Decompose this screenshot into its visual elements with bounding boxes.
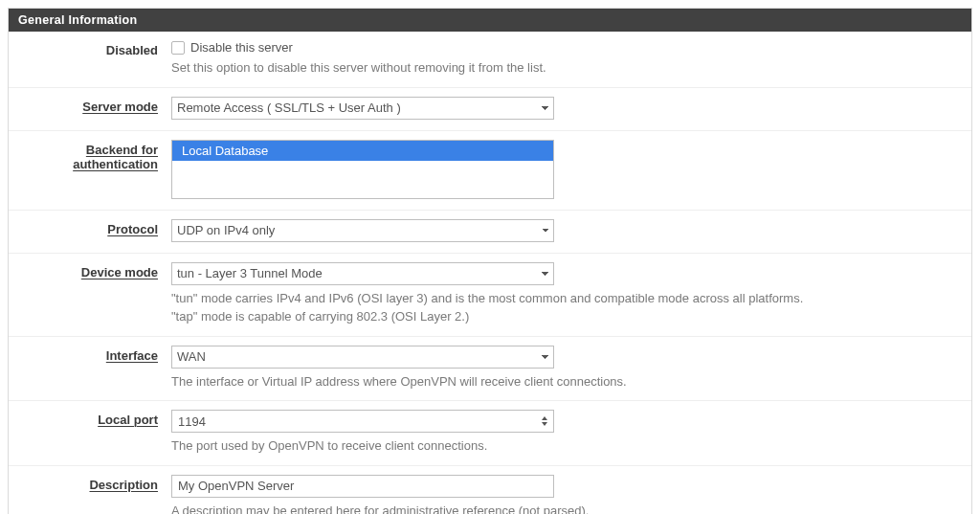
label-cell-local-port: Local port — [18, 410, 171, 427]
backend-auth-label-line1: Backend for — [86, 143, 158, 157]
label-cell-interface: Interface — [18, 346, 171, 363]
device-mode-select[interactable]: tun - Layer 3 Tunnel Mode — [171, 262, 554, 285]
disabled-label: Disabled — [106, 43, 158, 57]
control-cell-interface: WAN The interface or Virtual IP address … — [171, 346, 962, 391]
local-port-label: Local port — [98, 413, 158, 427]
row-local-port: Local port The port used by OpenVPN to r… — [9, 401, 971, 466]
chevron-down-icon[interactable] — [542, 422, 547, 426]
label-cell-protocol: Protocol — [18, 219, 171, 236]
control-cell-local-port: The port used by OpenVPN to receive clie… — [171, 410, 962, 455]
control-cell-backend-auth: Local Database — [171, 140, 962, 199]
row-server-mode: Server mode Remote Access ( SSL/TLS + Us… — [9, 88, 971, 131]
backend-auth-label-line2: authentication — [73, 157, 158, 171]
control-cell-protocol: UDP on IPv4 only — [171, 219, 962, 242]
device-mode-help-2: "tap" mode is capable of carrying 802.3 … — [171, 308, 962, 325]
description-label: Description — [89, 478, 158, 492]
device-mode-label: Device mode — [81, 265, 158, 279]
row-backend-auth: Backend for authentication Local Databas… — [9, 131, 971, 211]
row-device-mode: Device mode tun - Layer 3 Tunnel Mode "t… — [9, 254, 971, 337]
description-input[interactable] — [171, 475, 554, 498]
row-interface: Interface WAN The interface or Virtual I… — [9, 337, 971, 402]
local-port-help: The port used by OpenVPN to receive clie… — [171, 437, 962, 455]
panel-title: General Information — [9, 9, 971, 32]
local-port-input[interactable] — [171, 410, 554, 433]
control-cell-server-mode: Remote Access ( SSL/TLS + User Auth ) — [171, 97, 962, 120]
disabled-help: Set this option to disable this server w… — [171, 59, 962, 77]
general-information-panel: General Information Disabled Disable thi… — [8, 8, 972, 514]
protocol-select[interactable]: UDP on IPv4 only — [171, 219, 554, 242]
backend-auth-listbox[interactable]: Local Database — [171, 140, 554, 199]
disable-server-checkbox[interactable] — [171, 41, 185, 55]
row-description: Description A description may be entered… — [9, 466, 971, 514]
interface-help: The interface or Virtual IP address wher… — [171, 373, 962, 391]
server-mode-select[interactable]: Remote Access ( SSL/TLS + User Auth ) — [171, 97, 554, 120]
server-mode-label: Server mode — [82, 100, 158, 114]
label-cell-backend-auth: Backend for authentication — [18, 140, 171, 171]
chevron-up-icon[interactable] — [542, 416, 547, 420]
control-cell-description: A description may be entered here for ad… — [171, 475, 962, 514]
control-cell-device-mode: tun - Layer 3 Tunnel Mode "tun" mode car… — [171, 262, 962, 325]
local-port-stepper[interactable] — [538, 412, 551, 431]
device-mode-help-1: "tun" mode carries IPv4 and IPv6 (OSI la… — [171, 290, 962, 307]
disable-server-checkbox-label: Disable this server — [190, 40, 293, 55]
interface-select[interactable]: WAN — [171, 346, 554, 369]
backend-auth-item-local-database[interactable]: Local Database — [172, 141, 553, 161]
description-help: A description may be entered here for ad… — [171, 503, 962, 514]
row-protocol: Protocol UDP on IPv4 only — [9, 211, 971, 254]
interface-label: Interface — [106, 348, 158, 363]
label-cell-description: Description — [18, 475, 171, 492]
protocol-label: Protocol — [107, 222, 158, 236]
control-cell-disabled: Disable this server Set this option to d… — [171, 40, 962, 77]
label-cell-device-mode: Device mode — [18, 262, 171, 279]
label-cell-server-mode: Server mode — [18, 97, 171, 114]
label-cell-disabled: Disabled — [18, 40, 171, 57]
row-disabled: Disabled Disable this server Set this op… — [9, 32, 971, 88]
